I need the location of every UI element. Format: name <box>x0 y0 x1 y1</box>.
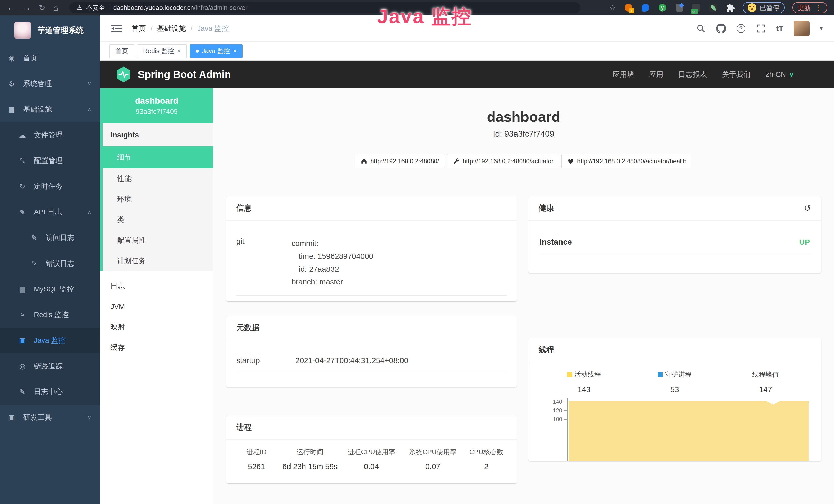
sidebar-item-mysql-monitor[interactable]: ▦ MySQL 监控 <box>0 276 100 302</box>
extension-leaf-icon[interactable] <box>709 3 718 12</box>
heart-icon <box>567 158 574 165</box>
insights-section-label: Insights <box>103 123 213 146</box>
tick-mark <box>564 419 567 419</box>
tab-redis-monitor[interactable]: Redis 监控 × <box>137 44 187 58</box>
sidebar-item-config-management[interactable]: ✎ 配置管理 <box>0 148 100 174</box>
legend-label: 活动线程 <box>574 370 601 379</box>
user-avatar[interactable] <box>794 21 810 37</box>
sidebar-item-redis-monitor[interactable]: ≈ Redis 监控 <box>0 302 100 328</box>
tab-home[interactable]: 首页 <box>109 44 134 58</box>
extension-grid-icon[interactable] <box>675 3 684 12</box>
forward-icon[interactable]: → <box>23 4 31 12</box>
tick-mark <box>564 410 567 411</box>
sidebar-item-label: Java 监控 <box>34 336 66 345</box>
menu-item-environment[interactable]: 环境 <box>103 189 213 209</box>
instance-health-link[interactable]: http://192.168.0.2:48080/actuator/health <box>562 154 693 168</box>
sba-nav-wallboard[interactable]: 应用墙 <box>613 70 634 79</box>
sidebar-item-infrastructure[interactable]: ▤ 基础设施 ∧ <box>0 96 100 122</box>
menu-item-jvm[interactable]: JVM <box>100 296 213 317</box>
menu-item-details[interactable]: 细节 <box>103 146 213 168</box>
menu-item-classes[interactable]: 类 <box>103 209 213 230</box>
sidebar-item-file-management[interactable]: ☁ 文件管理 <box>0 122 100 148</box>
row-divider <box>236 371 506 372</box>
language-selector[interactable]: zh-CN ∨ <box>766 70 794 78</box>
sba-brand[interactable]: Spring Boot Admin <box>116 66 231 83</box>
health-history-icon[interactable]: ↺ <box>804 203 811 213</box>
dashboard-icon: ◉ <box>8 54 16 62</box>
sidebar-item-scheduled-tasks[interactable]: ↻ 定时任务 <box>0 174 100 199</box>
breadcrumb-infrastructure[interactable]: 基础设施 <box>157 24 186 33</box>
sidebar-item-trace[interactable]: ◎ 链路追踪 <box>0 353 100 379</box>
menu-item-config-properties[interactable]: 配置属性 <box>103 230 213 251</box>
close-icon[interactable]: × <box>233 47 237 55</box>
url-text[interactable]: dashboard.yudao.iocoder.cn/infra/admin-s… <box>113 4 248 12</box>
language-label: zh-CN <box>766 70 786 78</box>
address-divider <box>109 4 109 11</box>
instance-header[interactable]: dashboard 93a3fc7f7409 <box>100 88 213 123</box>
close-icon[interactable]: × <box>177 47 181 55</box>
sba-nav-journal[interactable]: 日志报表 <box>678 70 707 79</box>
sidebar-item-log-center[interactable]: ✎ 日志中心 <box>0 379 100 405</box>
menu-item-logs[interactable]: 日志 <box>100 276 213 296</box>
sba-brand-title: Spring Boot Admin <box>138 69 231 81</box>
sidebar-item-access-logs[interactable]: ✎ 访问日志 <box>0 225 100 251</box>
eye-icon: ◎ <box>19 362 26 370</box>
user-menu-caret-icon[interactable]: ▾ <box>820 25 823 32</box>
process-value: 0.07 <box>402 462 464 471</box>
extension-badge: 1 <box>629 8 634 13</box>
extension-pin-icon[interactable] <box>641 3 650 12</box>
sidebar-item-label: 文件管理 <box>34 130 63 140</box>
extension-glyph: y <box>659 4 666 12</box>
sba-nav-applications[interactable]: 应用 <box>649 70 663 79</box>
sidebar-item-label: API 日志 <box>34 207 62 217</box>
github-icon[interactable] <box>716 24 726 33</box>
insights-group: Insights 细节 性能 环境 类 配置属性 计划任务 <box>100 123 213 271</box>
extensions-puzzle-icon[interactable] <box>726 3 735 12</box>
help-icon[interactable]: ? <box>736 24 746 33</box>
url-path: /infra/admin-server <box>194 4 247 11</box>
sidebar-item-java-monitor[interactable]: ▣ Java 监控 <box>0 328 100 353</box>
instance-links: http://192.168.0.2:48080/ http://192.168… <box>226 154 821 168</box>
sidebar-item-home[interactable]: ◉ 首页 <box>0 45 100 71</box>
info-key: git <box>236 237 291 288</box>
chevron-up-icon: ∧ <box>87 106 91 113</box>
extension-icon[interactable]: 1 <box>624 3 633 12</box>
sidebar-item-label: 错误日志 <box>46 258 74 268</box>
instance-home-link[interactable]: http://192.168.0.2:48080/ <box>355 154 445 168</box>
instance-actuator-link[interactable]: http://192.168.0.2:48080/actuator <box>447 154 559 168</box>
sidebar-item-system-management[interactable]: ⚙ 系统管理 ∨ <box>0 71 100 96</box>
browser-menu-icon[interactable]: ⋮ <box>815 4 822 12</box>
not-secure-warning-icon[interactable]: ⚠ <box>76 4 82 11</box>
back-icon[interactable]: ← <box>7 4 15 12</box>
reload-icon[interactable]: ↻ <box>39 4 45 12</box>
menu-item-scheduled-tasks[interactable]: 计划任务 <box>103 251 213 271</box>
chrome-update-button[interactable]: 更新 ⋮ <box>792 2 827 13</box>
process-column-header: CPU核心数 <box>464 448 509 457</box>
y-axis-line <box>567 398 568 461</box>
profile-paused-chip[interactable]: 已暂停 <box>743 2 785 13</box>
sidebar-item-error-logs[interactable]: ✎ 错误日志 <box>0 251 100 276</box>
extension-y-icon[interactable]: y <box>658 3 667 12</box>
search-icon[interactable] <box>696 24 706 33</box>
address-bar[interactable]: ⚠ 不安全 dashboard.yudao.iocoder.cn/infra/a… <box>69 2 580 13</box>
breadcrumb-home[interactable]: 首页 <box>132 24 146 33</box>
menu-item-caches[interactable]: 缓存 <box>100 337 213 358</box>
card-title: 信息 <box>236 203 252 213</box>
sidebar-item-api-logs[interactable]: ✎ API 日志 ∧ <box>0 199 100 225</box>
home-icon <box>360 158 367 165</box>
app-logo-row[interactable]: 芋道管理系统 <box>0 16 100 45</box>
browser-home-icon[interactable]: ⌂ <box>53 4 58 12</box>
legend-label: 守护进程 <box>665 370 692 379</box>
menu-item-metrics[interactable]: 性能 <box>103 168 213 189</box>
font-size-icon[interactable]: tT <box>776 24 784 33</box>
fullscreen-icon[interactable] <box>756 24 766 33</box>
bookmark-star-icon[interactable]: ☆ <box>609 4 616 12</box>
sidebar-item-dev-tools[interactable]: ▣ 研发工具 ∨ <box>0 405 100 430</box>
extension-switch-icon[interactable]: on <box>692 3 701 12</box>
metadata-key: startup <box>236 356 295 365</box>
menu-item-mappings[interactable]: 映射 <box>100 317 213 337</box>
infrastructure-icon: ▤ <box>8 105 16 114</box>
sidebar-toggle-icon[interactable] <box>111 24 122 33</box>
tab-java-monitor[interactable]: Java 监控 × <box>190 44 243 58</box>
sba-nav-about[interactable]: 关于我们 <box>722 70 751 79</box>
